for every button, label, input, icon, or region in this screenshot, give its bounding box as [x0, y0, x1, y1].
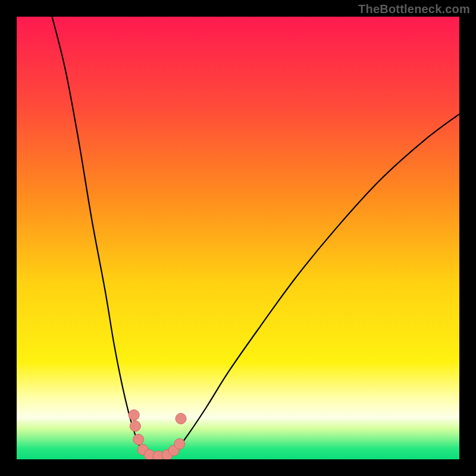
gradient-background — [17, 17, 459, 459]
frame-border — [0, 0, 17, 476]
frame-border — [459, 0, 476, 476]
watermark-text: TheBottleneck.com — [358, 2, 470, 16]
frame-border — [0, 459, 476, 476]
svg-rect-0 — [17, 17, 459, 459]
chart-stage: TheBottleneck.com — [0, 0, 476, 476]
